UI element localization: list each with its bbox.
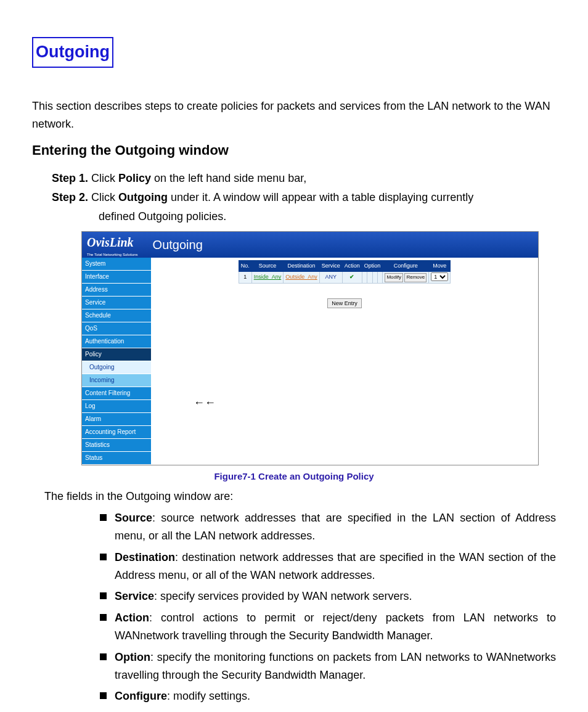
- sidebar-item-schedule[interactable]: Schedule: [82, 309, 151, 322]
- brand-logo: OvisLink: [82, 232, 138, 252]
- col-option: Option: [362, 261, 383, 271]
- field-destination: Destination: destination network address…: [100, 549, 556, 584]
- page-title: Outgoing: [32, 37, 113, 68]
- sidebar-subitem-outgoing[interactable]: Outgoing: [82, 361, 151, 374]
- field-move: Move: this sets the priority of the poli…: [100, 709, 556, 712]
- col-no: No.: [239, 261, 251, 271]
- cell-configure: Modify Remove: [383, 271, 429, 283]
- new-entry-button[interactable]: New Entry: [327, 298, 362, 308]
- field-configure: Configure: modify settings.: [100, 687, 556, 705]
- brand-tagline: The Total Networking Solutions: [82, 252, 138, 258]
- screenshot-outgoing: OvisLink The Total Networking Solutions …: [81, 231, 539, 465]
- step-2-label: Step 2.: [52, 191, 88, 203]
- col-configure: Configure: [383, 261, 429, 271]
- modify-button[interactable]: Modify: [385, 273, 403, 282]
- check-icon: ✔: [349, 274, 354, 280]
- sidebar-item-alarm[interactable]: Alarm: [82, 413, 151, 426]
- field-action: Action: control actions to permit or rej…: [100, 609, 556, 645]
- table-row: 1 Inside_Any Outside_Any ANY ✔ Modify Re…: [239, 271, 451, 283]
- figure-7-1: OvisLink The Total Networking Solutions …: [81, 231, 556, 465]
- step-1-pre: Click: [91, 172, 118, 184]
- intro-paragraph: This section describes steps to create p…: [32, 97, 556, 133]
- move-select[interactable]: 1: [431, 272, 448, 281]
- cell-source[interactable]: Inside_Any: [251, 271, 284, 283]
- col-destination: Destination: [284, 261, 320, 271]
- sidebar-item-policy[interactable]: Policy: [82, 348, 151, 361]
- sidebar-item-authentication[interactable]: Authentication: [82, 335, 151, 348]
- screenshot-sidebar: System Interface Address Service Schedul…: [82, 258, 151, 465]
- step-2-pre: Click: [91, 191, 118, 203]
- step-1-label: Step 1.: [52, 172, 88, 184]
- col-move: Move: [429, 261, 451, 271]
- sidebar-subitem-incoming[interactable]: Incoming: [82, 374, 151, 387]
- figure-caption: Figure7-1 Create an Outgoing Policy: [32, 469, 556, 484]
- field-option: Option: specify the monitoring functions…: [100, 649, 556, 684]
- sidebar-item-qos[interactable]: QoS: [82, 322, 151, 335]
- col-source: Source: [251, 261, 284, 271]
- screenshot-body: System Interface Address Service Schedul…: [82, 258, 538, 465]
- policy-table: No. Source Destination Service Action Op…: [239, 260, 451, 283]
- step-1-bold: Policy: [118, 172, 151, 184]
- sidebar-item-system[interactable]: System: [82, 258, 151, 271]
- col-service: Service: [319, 261, 342, 271]
- step-2-bold: Outgoing: [118, 191, 168, 203]
- sidebar-item-statistics[interactable]: Statistics: [82, 439, 151, 452]
- cell-destination[interactable]: Outside_Any: [284, 271, 320, 283]
- sidebar-item-service[interactable]: Service: [82, 297, 151, 309]
- arrow-left-icon: ←←: [194, 394, 216, 412]
- step-1: Step 1. Click Policy on the left hand si…: [52, 170, 556, 187]
- col-action: Action: [342, 261, 362, 271]
- sidebar-item-content-filtering[interactable]: Content Filtering: [82, 387, 151, 400]
- sidebar-item-address[interactable]: Address: [82, 284, 151, 297]
- cell-no: 1: [239, 271, 251, 283]
- step-2-post: under it. A window will appear with a ta…: [168, 191, 473, 203]
- field-source: Source: source network addresses that ar…: [100, 509, 556, 545]
- subtitle: Entering the Outgoing window: [32, 139, 556, 161]
- cell-action: ✔: [342, 271, 362, 283]
- step-1-post: on the left hand side menu bar,: [151, 172, 306, 184]
- cell-move: 1: [429, 271, 451, 283]
- field-service: Service: specify services provided by WA…: [100, 587, 556, 605]
- cell-service: ANY: [319, 271, 342, 283]
- table-header-row: No. Source Destination Service Action Op…: [239, 261, 451, 271]
- fields-intro: The fields in the Outgoing window are:: [44, 488, 556, 505]
- step-2-continuation: defined Outgoing policies.: [99, 208, 556, 226]
- fields-list: Source: source network addresses that ar…: [100, 509, 556, 712]
- cell-option-3: [372, 271, 377, 283]
- cell-option-1: [362, 271, 367, 283]
- sidebar-item-accounting-report[interactable]: Accounting Report: [82, 426, 151, 439]
- cell-option-2: [367, 271, 372, 283]
- screenshot-page-name: Outgoing: [153, 235, 203, 255]
- screenshot-main: No. Source Destination Service Action Op…: [151, 258, 538, 465]
- screenshot-header: OvisLink The Total Networking Solutions …: [82, 232, 538, 258]
- cell-option-4: [377, 271, 382, 283]
- sidebar-item-status[interactable]: Status: [82, 452, 151, 465]
- remove-button[interactable]: Remove: [404, 273, 427, 282]
- step-2: Step 2. Click Outgoing under it. A windo…: [52, 189, 556, 207]
- sidebar-item-interface[interactable]: Interface: [82, 271, 151, 284]
- sidebar-item-log[interactable]: Log: [82, 400, 151, 413]
